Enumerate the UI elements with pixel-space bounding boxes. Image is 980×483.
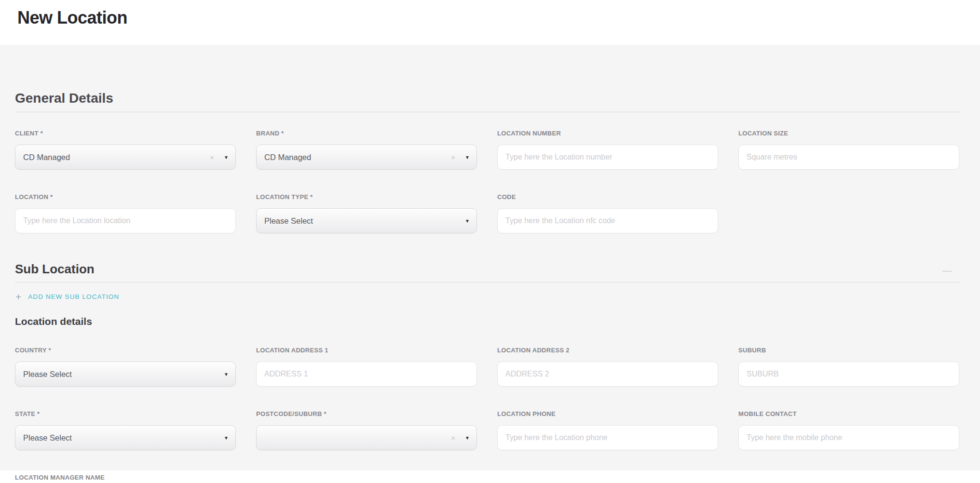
field-location-type: LOCATION TYPE * Please Select ▼ <box>256 193 477 233</box>
chevron-down-icon: ▼ <box>465 435 470 441</box>
clear-icon[interactable]: × <box>451 434 455 442</box>
field-label: LOCATION * <box>15 193 236 202</box>
field-location-phone: LOCATION PHONE <box>497 410 718 450</box>
page-header: New Location <box>0 0 980 45</box>
chevron-down-icon: ▼ <box>465 155 470 160</box>
field-country: COUNTRY * Please Select ▼ <box>15 347 236 387</box>
field-brand: BRAND * CD Managed × ▼ <box>256 130 477 170</box>
address-1-input[interactable] <box>256 362 477 387</box>
field-label: CLIENT * <box>15 130 236 138</box>
state-select[interactable]: Please Select ▼ <box>15 425 236 450</box>
selected-value: CD Managed <box>23 153 70 162</box>
divider <box>15 112 960 112</box>
section-heading-general-details: General Details <box>15 91 113 106</box>
field-label: BRAND * <box>256 130 477 138</box>
field-location-address-1: LOCATION ADDRESS 1 <box>256 347 477 387</box>
field-label: LOCATION SIZE <box>738 130 959 138</box>
plus-icon: + <box>15 292 21 302</box>
field-postcode-suburb: POSTCODE/SUBURB * × ▼ <box>256 410 477 450</box>
field-location-number: LOCATION NUMBER <box>497 130 718 170</box>
field-label: STATE * <box>15 410 236 419</box>
field-location-address-2: LOCATION ADDRESS 2 <box>497 347 718 387</box>
section-heading-location-details: Location details <box>15 316 92 327</box>
chevron-down-icon: ▼ <box>224 155 229 160</box>
field-label: LOCATION TYPE * <box>256 193 477 202</box>
field-suburb: SUBURB <box>738 347 959 387</box>
location-phone-input[interactable] <box>497 425 718 450</box>
code-input[interactable] <box>497 208 718 233</box>
field-label: LOCATION NUMBER <box>497 130 718 138</box>
field-label: CODE <box>497 193 718 202</box>
field-label: LOCATION ADDRESS 2 <box>497 347 718 355</box>
field-label: COUNTRY * <box>15 347 236 355</box>
field-mobile-contact: MOBILE CONTACT <box>738 410 959 450</box>
section-heading-sub-location: Sub Location <box>15 262 95 277</box>
field-label: SUBURB <box>738 347 959 355</box>
field-label: POSTCODE/SUBURB * <box>256 410 477 419</box>
location-input[interactable] <box>15 208 236 233</box>
field-label: LOCATION MANAGER NAME <box>15 474 236 483</box>
chevron-down-icon: ▼ <box>465 218 470 224</box>
form-panel: General Details CLIENT * CD Managed × ▼ … <box>0 45 980 470</box>
new-location-page: New Location General Details CLIENT * CD… <box>0 0 980 483</box>
chevron-down-icon: ▼ <box>224 435 229 441</box>
suburb-input[interactable] <box>738 362 959 387</box>
chevron-down-icon: ▼ <box>224 372 229 377</box>
client-select[interactable]: CD Managed × ▼ <box>15 145 236 170</box>
selected-value: Please Select <box>23 433 72 443</box>
field-label: LOCATION PHONE <box>497 410 718 419</box>
brand-select[interactable]: CD Managed × ▼ <box>256 145 477 170</box>
add-new-sub-location-label: ADD NEW SUB LOCATION <box>28 293 119 300</box>
location-number-input[interactable] <box>497 145 718 170</box>
postcode-suburb-select[interactable]: × ▼ <box>256 425 477 450</box>
field-client: CLIENT * CD Managed × ▼ <box>15 130 236 170</box>
add-new-sub-location-button[interactable]: + ADD NEW SUB LOCATION <box>15 292 119 302</box>
field-location-manager-name: LOCATION MANAGER NAME <box>15 474 236 483</box>
page-title: New Location <box>17 8 127 28</box>
country-select[interactable]: Please Select ▼ <box>15 362 236 387</box>
field-label: LOCATION ADDRESS 1 <box>256 347 477 355</box>
field-location-size: LOCATION SIZE <box>738 130 959 170</box>
selected-value: CD Managed <box>264 153 311 162</box>
field-code: CODE <box>497 193 718 233</box>
clear-icon[interactable]: × <box>210 153 214 161</box>
field-state: STATE * Please Select ▼ <box>15 410 236 450</box>
field-label: MOBILE CONTACT <box>738 410 959 419</box>
selected-value: Please Select <box>23 370 72 379</box>
mobile-contact-input[interactable] <box>738 425 959 450</box>
location-type-select[interactable]: Please Select ▼ <box>256 208 477 233</box>
divider <box>15 282 960 282</box>
location-size-input[interactable] <box>738 145 959 170</box>
collapse-icon[interactable]: — <box>942 266 952 275</box>
field-location: LOCATION * <box>15 193 236 233</box>
selected-value: Please Select <box>264 216 313 226</box>
clear-icon[interactable]: × <box>451 153 455 161</box>
address-2-input[interactable] <box>497 362 718 387</box>
